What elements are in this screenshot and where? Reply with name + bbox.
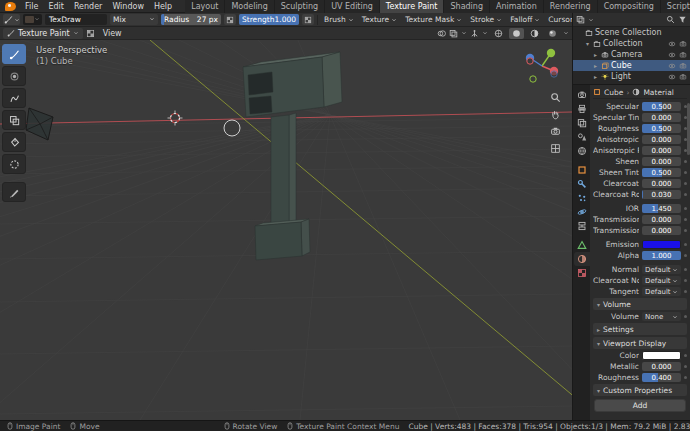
tool-smear-button[interactable]	[2, 88, 26, 108]
slider-alpha[interactable]: 1.000	[642, 251, 681, 260]
animate-dot-icon[interactable]	[684, 290, 687, 293]
slider-roughness[interactable]: 0.500	[642, 124, 681, 133]
section-viewport-display[interactable]: ▾Viewport Display	[593, 337, 687, 349]
radius-pressure-toggle[interactable]	[224, 14, 236, 25]
modifiers-tab[interactable]	[574, 177, 590, 191]
disclosure-icon[interactable]: ▸	[592, 51, 599, 58]
tool-draw-button[interactable]	[2, 44, 26, 64]
animate-dot-icon[interactable]	[684, 207, 687, 210]
add-button[interactable]: Add	[594, 399, 686, 412]
menu-window[interactable]: Window	[107, 2, 149, 11]
viewport-3d[interactable]: User Perspective (1) Cube	[0, 40, 572, 420]
scene-tab[interactable]	[574, 130, 590, 144]
camera-object[interactable]	[26, 108, 53, 140]
panel-menu-stroke[interactable]: Stroke	[467, 15, 505, 24]
camera-view-icon[interactable]	[550, 126, 561, 137]
tool-fill-button[interactable]	[2, 132, 26, 152]
animate-dot-icon[interactable]	[684, 376, 687, 379]
slider-roughness[interactable]: 0.400	[642, 373, 681, 382]
search-icon[interactable]	[666, 15, 675, 24]
render-tab[interactable]	[574, 88, 590, 102]
color-swatch-color[interactable]	[642, 351, 681, 360]
outliner-row-cube[interactable]: ▸Cube	[573, 60, 690, 71]
hide-eye-icon[interactable]	[668, 40, 676, 48]
animate-dot-icon[interactable]	[684, 218, 687, 221]
color-swatch-emission[interactable]	[642, 240, 681, 249]
gizmos-toggle[interactable]	[470, 29, 479, 38]
brush-thumbnail-selector[interactable]	[23, 14, 42, 25]
texture-tab[interactable]	[574, 266, 590, 280]
disclosure-icon[interactable]: ▸	[592, 73, 599, 80]
slider-transmission[interactable]: 0.000	[642, 215, 681, 224]
outliner-row-light[interactable]: ▸Light	[573, 71, 690, 82]
slider-ior[interactable]: 1.450	[642, 204, 681, 213]
disable-render-icon[interactable]	[679, 62, 687, 70]
ortho-grid-icon[interactable]	[550, 143, 561, 154]
workspace-tab-modeling[interactable]: Modeling	[225, 0, 274, 13]
menu-file[interactable]: File	[20, 2, 43, 11]
animate-dot-icon[interactable]	[684, 193, 687, 196]
display-mode-icon[interactable]	[576, 15, 585, 24]
blend-mode-dropdown[interactable]: Mix	[110, 14, 158, 25]
dropdown-normal[interactable]: Default	[642, 265, 681, 274]
workspace-tab-sculpting[interactable]: Sculpting	[275, 0, 325, 13]
tool-clone-button[interactable]	[2, 110, 26, 130]
slider-metallic[interactable]: 0.000	[642, 362, 681, 371]
mode-dropdown[interactable]: Texture Paint	[3, 28, 83, 39]
disclosure-icon[interactable]: ▸	[592, 62, 599, 69]
animate-dot-icon[interactable]	[684, 279, 687, 282]
dropdown-clearcoat-nor-[interactable]: Default	[642, 276, 681, 285]
xray-toggle[interactable]	[437, 29, 446, 38]
world-tab[interactable]	[574, 144, 590, 158]
slider-transmission-[interactable]: 0.000	[642, 226, 681, 235]
panel-menu-falloff[interactable]: Falloff	[507, 15, 543, 24]
move-hand-icon[interactable]	[550, 109, 561, 120]
object-tab[interactable]	[574, 163, 590, 177]
disable-render-icon[interactable]	[679, 40, 687, 48]
section-custom-properties[interactable]: ▾Custom Properties	[593, 384, 687, 396]
section-settings[interactable]: ▸Settings	[593, 323, 687, 335]
workspace-tab-compositing[interactable]: Compositing	[598, 0, 661, 13]
outliner-row-collection[interactable]: ▾Collection	[573, 38, 690, 49]
slider-sheen-tint[interactable]: 0.500	[642, 168, 681, 177]
active-tool-button[interactable]	[3, 14, 20, 25]
animate-dot-icon[interactable]	[684, 243, 687, 246]
object-data-tab[interactable]	[574, 238, 590, 252]
animate-dot-icon[interactable]	[684, 182, 687, 185]
strength-pressure-toggle[interactable]	[302, 14, 314, 25]
view-layer-tab[interactable]	[574, 116, 590, 130]
tool-mask-button[interactable]	[2, 154, 26, 174]
animate-dot-icon[interactable]	[684, 354, 687, 357]
hide-eye-icon[interactable]	[668, 73, 676, 81]
output-tab[interactable]	[574, 102, 590, 116]
panel-menu-brush[interactable]: Brush	[321, 15, 357, 24]
dropdown-tangent[interactable]: Default	[642, 287, 681, 296]
strength-slider[interactable]: Strength1.000	[239, 14, 299, 25]
material-tab[interactable]	[574, 252, 590, 266]
disclosure-icon[interactable]: ▾	[584, 40, 591, 47]
slider-clearcoat[interactable]: 0.000	[642, 179, 681, 188]
panel-menu-texture-mask[interactable]: Texture Mask	[402, 15, 465, 24]
workspace-tab-shading[interactable]: Shading	[444, 0, 490, 13]
overlays-toggle[interactable]	[449, 29, 458, 38]
workspace-tab-uv-editing[interactable]: UV Editing	[325, 0, 380, 13]
workspace-tab-scripting[interactable]: Scripting	[661, 0, 690, 13]
menu-edit[interactable]: Edit	[43, 2, 69, 11]
chevron-down-icon[interactable]	[482, 30, 488, 36]
viewport-canvas[interactable]	[0, 40, 572, 420]
chevron-down-icon[interactable]	[461, 30, 467, 36]
blender-logo-icon[interactable]	[5, 2, 16, 11]
slider-anisotropic[interactable]: 0.000	[642, 135, 681, 144]
particles-tab[interactable]	[574, 191, 590, 205]
paint-mask-toggle[interactable]	[86, 29, 95, 38]
filter-icon[interactable]	[678, 15, 687, 24]
shading-material-button[interactable]	[527, 28, 542, 39]
shading-wireframe-button[interactable]	[491, 28, 506, 39]
hide-eye-icon[interactable]	[668, 51, 676, 59]
slider-specular-tint[interactable]: 0.000	[642, 113, 681, 122]
animate-dot-icon[interactable]	[684, 315, 687, 318]
dropdown-volume[interactable]: None	[642, 312, 681, 321]
disable-render-icon[interactable]	[679, 73, 687, 81]
animate-dot-icon[interactable]	[684, 171, 687, 174]
zoom-icon[interactable]	[550, 92, 561, 103]
